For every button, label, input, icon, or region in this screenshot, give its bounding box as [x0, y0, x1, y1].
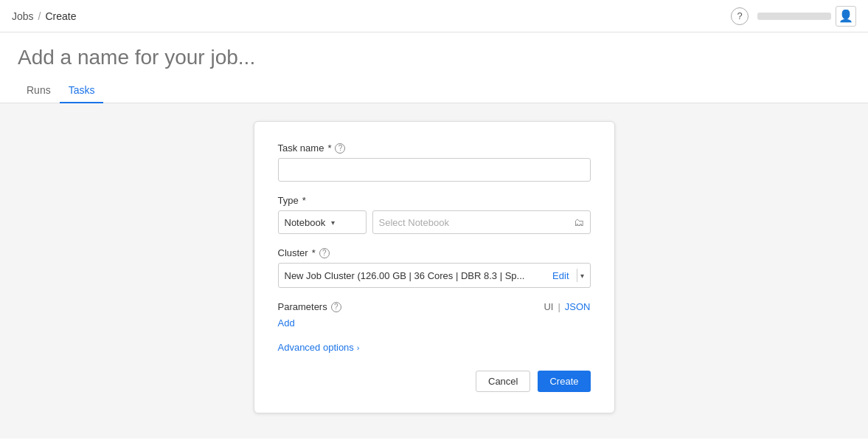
- cluster-required: *: [312, 247, 316, 258]
- advanced-options-chevron-icon: ›: [357, 343, 360, 352]
- dialog-footer: Cancel Create: [278, 371, 591, 392]
- add-parameter-link[interactable]: Add: [278, 317, 295, 329]
- cluster-divider: [577, 269, 577, 282]
- param-mode-ui[interactable]: UI: [544, 301, 553, 312]
- task-name-label: Task name * ?: [278, 142, 591, 154]
- breadcrumb-current: Create: [45, 10, 76, 22]
- user-icon[interactable]: 👤: [836, 6, 856, 27]
- type-label: Type *: [278, 195, 591, 206]
- dialog-card: Task name * ? Type * Notebook ▾ Select N…: [254, 121, 615, 413]
- job-name-input[interactable]: [18, 46, 850, 69]
- cancel-button[interactable]: Cancel: [476, 371, 530, 392]
- task-name-input[interactable]: [278, 158, 591, 182]
- main-content: Task name * ? Type * Notebook ▾ Select N…: [0, 103, 868, 439]
- task-name-required: *: [327, 142, 331, 154]
- tab-runs[interactable]: Runs: [18, 78, 60, 103]
- tab-tasks[interactable]: Tasks: [60, 78, 104, 103]
- user-avatar-area: 👤: [757, 6, 856, 27]
- cluster-edit-button[interactable]: Edit: [548, 270, 573, 281]
- type-row: Notebook ▾ Select Notebook 🗂: [278, 210, 591, 234]
- parameters-header: Parameters ? UI | JSON: [278, 301, 591, 312]
- advanced-options-link[interactable]: Advanced options: [278, 342, 354, 353]
- cluster-text: New Job Cluster (126.00 GB | 36 Cores | …: [285, 270, 549, 281]
- task-name-field-group: Task name * ?: [278, 142, 591, 182]
- type-field-group: Type * Notebook ▾ Select Notebook 🗂: [278, 195, 591, 234]
- breadcrumb: Jobs / Create: [12, 10, 77, 22]
- header: Jobs / Create ? 👤: [0, 0, 868, 32]
- breadcrumb-separator: /: [38, 10, 41, 22]
- parameters-help-icon[interactable]: ?: [331, 302, 341, 312]
- advanced-options-row: Advanced options ›: [278, 342, 591, 353]
- help-icon[interactable]: ?: [731, 7, 749, 25]
- notebook-placeholder: Select Notebook: [379, 217, 574, 228]
- param-mode: UI | JSON: [544, 301, 590, 312]
- type-select-label: Notebook: [285, 217, 326, 228]
- user-text-bar: [757, 13, 831, 20]
- task-name-help-icon[interactable]: ?: [335, 143, 345, 154]
- param-mode-json[interactable]: JSON: [565, 301, 591, 312]
- breadcrumb-jobs[interactable]: Jobs: [12, 10, 34, 22]
- type-required: *: [302, 195, 306, 206]
- parameters-field-group: Parameters ? UI | JSON Add: [278, 301, 591, 329]
- cluster-label: Cluster * ?: [278, 247, 591, 258]
- tabs: Runs Tasks: [0, 78, 868, 103]
- param-mode-sep: |: [558, 301, 560, 312]
- folder-icon: 🗂: [574, 216, 584, 228]
- notebook-selector[interactable]: Select Notebook 🗂: [372, 210, 591, 234]
- page-title-area: [0, 32, 868, 69]
- parameters-label: Parameters ?: [278, 301, 341, 312]
- header-right: ? 👤: [731, 6, 856, 27]
- cluster-help-icon[interactable]: ?: [319, 248, 330, 258]
- cluster-chevron-icon[interactable]: ▾: [580, 272, 584, 280]
- cluster-field-group: Cluster * ? New Job Cluster (126.00 GB |…: [278, 247, 591, 288]
- type-chevron-icon: ▾: [331, 219, 335, 227]
- type-select-dropdown[interactable]: Notebook ▾: [278, 210, 367, 234]
- cluster-row: New Job Cluster (126.00 GB | 36 Cores | …: [278, 263, 591, 288]
- create-button[interactable]: Create: [538, 371, 590, 392]
